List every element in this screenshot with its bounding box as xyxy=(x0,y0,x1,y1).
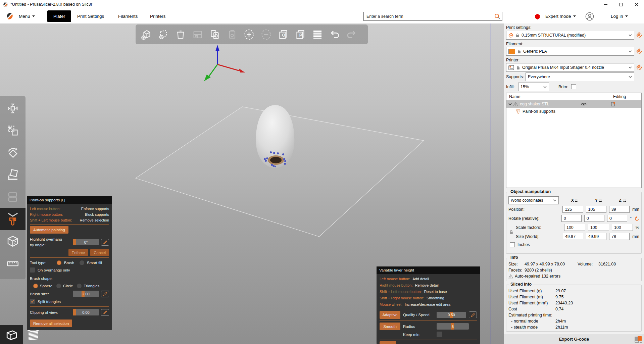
supports-combo[interactable]: Everywhere xyxy=(526,72,634,81)
name-header: Name xyxy=(506,94,583,99)
copy-icon[interactable] xyxy=(207,27,222,42)
scale-x-input[interactable]: 100 xyxy=(564,224,585,231)
infill-combo[interactable]: 15% xyxy=(518,83,549,91)
normal-mode-value: 2h4m xyxy=(555,319,566,324)
shape-circle-radio[interactable] xyxy=(56,284,61,288)
print-settings-combo[interactable]: 0.15mm STRUCTURAL (modified) xyxy=(506,31,634,40)
enforce-button[interactable]: Enforce xyxy=(68,249,89,256)
clipping-edit-button[interactable] xyxy=(101,309,109,316)
tab-plater[interactable]: Plater xyxy=(47,10,71,22)
split-triangles-checkbox[interactable] xyxy=(30,299,35,304)
rotate-tool[interactable] xyxy=(0,142,26,164)
on-overhangs-checkbox[interactable] xyxy=(30,267,35,273)
printer-combo[interactable]: Original Prusa MK4 Input Shaper 0.4 nozz… xyxy=(506,63,634,72)
keep-min-checkbox[interactable] xyxy=(437,332,442,337)
sd-card-icon[interactable] xyxy=(634,335,643,344)
object-row[interactable]: egg shaker.STL xyxy=(506,100,641,108)
scale-tool[interactable] xyxy=(0,119,26,142)
egg-model xyxy=(256,105,295,168)
place-on-face-tool[interactable] xyxy=(0,164,26,186)
size-z-input[interactable]: 78 xyxy=(609,233,630,240)
inches-checkbox[interactable] xyxy=(510,242,515,247)
filament-gear-button[interactable] xyxy=(636,48,642,54)
clipping-slider[interactable]: 0.00 xyxy=(73,309,99,315)
cancel-button[interactable]: Cancel xyxy=(90,249,109,256)
undo-icon[interactable] xyxy=(327,27,342,42)
print-settings-gear-button[interactable] xyxy=(636,32,642,38)
rotate-x-input[interactable]: 0 xyxy=(561,215,582,222)
overhang-angle-slider[interactable]: 0° xyxy=(73,239,99,245)
position-x-input[interactable]: 125 xyxy=(562,206,583,213)
search-icon[interactable] xyxy=(494,13,501,20)
uniform-scale-lock-icon[interactable] xyxy=(509,230,513,235)
vlh-panel-title[interactable]: Variable layer height xyxy=(377,266,480,274)
printer-gear-button[interactable] xyxy=(636,64,642,70)
brush-size-edit-button[interactable] xyxy=(101,291,109,297)
expand-chevron-icon[interactable] xyxy=(508,103,512,105)
tab-filaments[interactable]: Filaments xyxy=(118,9,138,23)
add-instance-icon[interactable] xyxy=(242,27,256,42)
filament-combo[interactable]: Generic PLA xyxy=(506,47,634,56)
delete-all-icon[interactable] xyxy=(173,27,188,42)
maximize-button[interactable] xyxy=(613,0,629,9)
close-button[interactable] xyxy=(629,0,644,9)
split-to-objects-icon[interactable]: O xyxy=(276,27,291,42)
seam-painting-tool[interactable] xyxy=(0,230,26,252)
move-tool[interactable] xyxy=(0,97,26,119)
add-object-icon[interactable] xyxy=(139,27,154,42)
tool-brush-radio[interactable] xyxy=(57,260,61,265)
visibility-toggle[interactable] xyxy=(576,102,591,106)
tab-print-settings-label: Print Settings xyxy=(77,14,104,19)
overhang-edit-button[interactable] xyxy=(101,239,109,246)
brush-size-slider[interactable]: 2.00 xyxy=(73,291,99,297)
login-menu[interactable]: Log in xyxy=(611,9,628,23)
smooth-button[interactable]: Smooth xyxy=(380,323,400,330)
editor-view-button[interactable] xyxy=(0,325,23,344)
brush-size-label: Brush size: xyxy=(30,292,71,296)
user-avatar-icon[interactable] xyxy=(585,12,594,21)
delete-object-icon[interactable] xyxy=(156,27,171,42)
measure-tool[interactable] xyxy=(0,252,26,275)
tab-print-settings[interactable]: Print Settings xyxy=(77,9,104,23)
menu-dropdown[interactable]: Menu xyxy=(19,9,35,23)
size-x-input[interactable]: 49.97 xyxy=(563,233,583,240)
rotate-y-input[interactable]: 0 xyxy=(584,215,604,222)
volume-value: 31621.08 xyxy=(598,262,616,266)
window-title: *Untitled - PrusaSlicer-2.8.0 based on S… xyxy=(10,2,92,7)
rotate-z-input[interactable]: 0 xyxy=(607,215,627,222)
search-input[interactable] xyxy=(364,14,494,19)
coordinates-combo[interactable]: World coordinates xyxy=(508,196,559,204)
paint-on-supports-tool[interactable] xyxy=(0,208,26,230)
reset-rotation-icon[interactable] xyxy=(634,216,639,221)
quality-edit-button[interactable] xyxy=(469,311,477,318)
shape-sphere-radio[interactable] xyxy=(33,284,38,288)
shape-triangles-radio[interactable] xyxy=(77,284,82,288)
tab-printers[interactable]: Printers xyxy=(150,9,166,23)
radius-slider[interactable]: 5 xyxy=(437,323,469,330)
mode-selector[interactable]: Expert mode xyxy=(545,9,576,23)
reset-button[interactable]: Reset xyxy=(380,341,396,344)
search-box[interactable] xyxy=(363,12,502,21)
minimize-button[interactable] xyxy=(598,0,613,9)
brim-checkbox[interactable] xyxy=(571,84,576,89)
quality-speed-slider[interactable]: 0.50 xyxy=(437,312,466,318)
split-to-parts-icon[interactable]: P xyxy=(293,27,308,42)
scale-y-input[interactable]: 100 xyxy=(588,224,609,231)
brush-shape-label: Brush shape: xyxy=(30,277,109,282)
export-gcode-button[interactable]: Export G-code xyxy=(504,334,644,344)
variable-layer-height-icon[interactable] xyxy=(310,27,325,42)
remove-all-selection-button[interactable]: Remove all selection xyxy=(30,320,72,327)
tool-smart-fill-radio[interactable] xyxy=(80,260,84,265)
scale-z-input[interactable]: 100 xyxy=(612,224,633,231)
edit-page-icon xyxy=(610,102,615,107)
size-y-input[interactable]: 49.99 xyxy=(586,233,606,240)
3d-viewport[interactable]: O P xyxy=(0,23,504,344)
radius-value: 5 xyxy=(437,323,469,330)
automatic-painting-button[interactable]: Automatic painting xyxy=(30,226,68,234)
paint-panel-title[interactable]: Paint-on supports [L] xyxy=(27,196,112,204)
paint-on-supports-row[interactable]: Paint-on supports xyxy=(506,108,641,115)
prusa-logo-icon xyxy=(5,12,14,20)
position-y-input[interactable]: 105 xyxy=(586,206,606,213)
position-z-input[interactable]: 39 xyxy=(609,206,630,213)
adaptive-button[interactable]: Adaptive xyxy=(380,311,400,319)
